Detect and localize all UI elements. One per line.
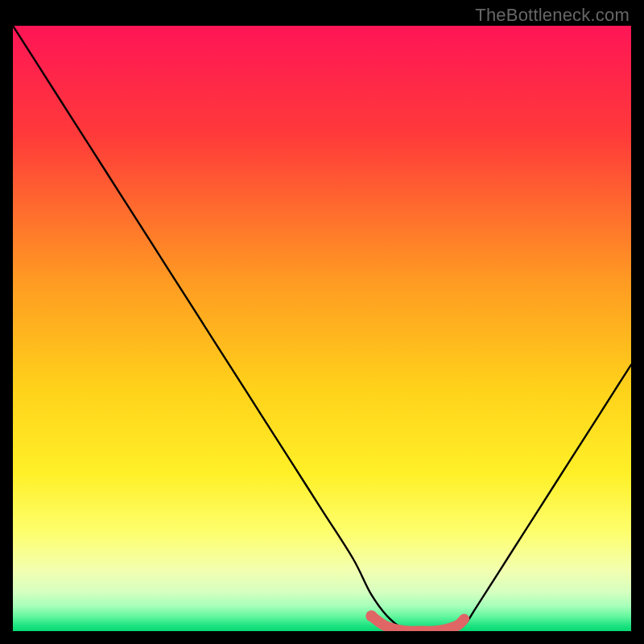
watermark-text: TheBottleneck.com bbox=[475, 5, 630, 26]
chart-frame bbox=[13, 26, 631, 631]
optimal-start-dot bbox=[365, 610, 377, 621]
marker-group bbox=[365, 610, 377, 621]
gradient-background bbox=[13, 26, 631, 631]
bottleneck-chart bbox=[13, 26, 631, 631]
